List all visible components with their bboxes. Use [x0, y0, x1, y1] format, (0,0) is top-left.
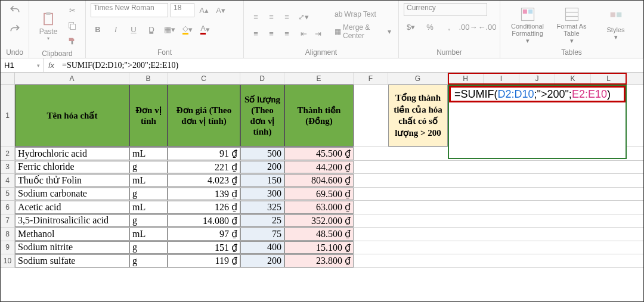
redo-icon[interactable]	[8, 22, 22, 36]
cell[interactable]	[388, 254, 448, 267]
percent-icon[interactable]: %	[423, 20, 437, 34]
copy-icon[interactable]	[65, 18, 79, 33]
paste-button[interactable]: Paste ▾	[34, 11, 63, 41]
header-cell-A[interactable]: Tên hóa chất	[15, 85, 129, 147]
font-name-select[interactable]: Times New Roman	[91, 3, 168, 17]
cell[interactable]: 221 ₫	[168, 161, 240, 174]
cell[interactable]: 150	[240, 174, 284, 187]
cell[interactable]	[354, 214, 388, 228]
font-size-select[interactable]: 18	[171, 3, 194, 17]
row-header[interactable]: 9	[1, 241, 15, 254]
increase-indent-icon[interactable]: ⇥	[311, 26, 325, 41]
formula-editing-text[interactable]: =SUMIF(D2:D10;">200";E2:E10)	[449, 86, 626, 102]
cell[interactable]: Sodium sulfate	[15, 254, 129, 267]
underline-button[interactable]: U	[126, 22, 141, 36]
row-header[interactable]: 5	[1, 188, 15, 201]
spreadsheet-grid[interactable]: A B C D E F G H I J K L 1 Tên hóa chất Đ…	[1, 73, 643, 268]
cut-icon[interactable]: ✂	[65, 3, 79, 17]
font-color-icon[interactable]: A▾	[198, 22, 212, 36]
cell-G1[interactable]: Tổng thành tiền của hóa chất có số lượng…	[388, 85, 448, 147]
cell[interactable]: 200	[240, 161, 284, 174]
col-header-G[interactable]: G	[388, 73, 448, 84]
cell[interactable]: g	[129, 188, 168, 201]
header-cell-E[interactable]: Thành tiền (Đồng)	[284, 85, 354, 147]
align-bottom-icon[interactable]: ≡	[280, 10, 294, 24]
fx-icon[interactable]: fx	[44, 61, 58, 70]
cell[interactable]: mL	[129, 228, 168, 241]
cell[interactable]: 69.500 ₫	[284, 188, 354, 201]
row-header[interactable]: 10	[1, 254, 15, 267]
cell[interactable]: 91 ₫	[168, 147, 240, 160]
cell[interactable]: 804.600 ₫	[284, 174, 354, 187]
cell[interactable]: 45.500 ₫	[284, 147, 354, 160]
merge-center-button[interactable]: ▦Merge & Center ▾	[332, 22, 394, 41]
col-header-I[interactable]: I	[484, 73, 519, 84]
cell[interactable]: 23.800 ₫	[284, 254, 354, 267]
cell[interactable]: g	[129, 241, 168, 254]
format-painter-icon[interactable]	[65, 34, 79, 48]
cell[interactable]: Hydrochloric acid	[15, 147, 129, 160]
align-center-icon[interactable]: ≡	[264, 26, 278, 41]
cell[interactable]	[388, 241, 448, 254]
cell[interactable]: 200	[240, 254, 284, 267]
cell[interactable]	[354, 201, 388, 214]
cell[interactable]: mL	[129, 147, 168, 160]
cell[interactable]	[388, 201, 448, 214]
cell[interactable]: 139 ₫	[168, 188, 240, 201]
cell[interactable]	[354, 174, 388, 187]
select-all-corner[interactable]	[1, 73, 15, 84]
cell[interactable]	[354, 147, 388, 160]
col-header-B[interactable]: B	[129, 73, 168, 84]
cell[interactable]: 119 ₫	[168, 254, 240, 267]
row-header[interactable]: 2	[1, 147, 15, 160]
cell[interactable]	[388, 147, 448, 160]
increase-decimal-icon[interactable]: .00→	[461, 20, 475, 34]
borders-icon[interactable]: ▦▾	[162, 22, 177, 36]
currency-icon[interactable]: $▾	[404, 20, 418, 34]
cell[interactable]: 75	[240, 228, 284, 241]
wrap-text-button[interactable]: abWrap Text	[332, 9, 394, 20]
cell[interactable]: 500	[240, 147, 284, 160]
cell[interactable]	[388, 161, 448, 174]
cell[interactable]	[388, 214, 448, 228]
col-header-F[interactable]: F	[354, 73, 388, 84]
header-cell-D[interactable]: Số lượng (Theo đơn vị tính)	[240, 85, 284, 147]
row-header[interactable]: 8	[1, 228, 15, 241]
col-header-D[interactable]: D	[240, 73, 284, 84]
cell[interactable]: Sodium carbonate	[15, 188, 129, 201]
cell[interactable]: 325	[240, 201, 284, 214]
cell[interactable]	[388, 174, 448, 187]
align-right-icon[interactable]: ≡	[280, 26, 294, 41]
cell[interactable]: 126 ₫	[168, 201, 240, 214]
name-box[interactable]: H1▾	[1, 58, 44, 72]
col-header-H[interactable]: H	[448, 73, 484, 84]
row-header[interactable]: 3	[1, 161, 15, 174]
comma-icon[interactable]: ,	[442, 20, 456, 34]
decrease-indent-icon[interactable]: ⇤	[296, 26, 311, 41]
cell[interactable]: Acetic acid	[15, 201, 129, 214]
decrease-decimal-icon[interactable]: ←.00	[480, 20, 494, 34]
cell[interactable]: Sodium nitrite	[15, 241, 129, 254]
row-header-1[interactable]: 1	[1, 85, 15, 147]
styles-button[interactable]: Styles ▾	[597, 10, 634, 41]
cell[interactable]: g	[129, 161, 168, 174]
col-header-E[interactable]: E	[284, 73, 354, 84]
cell[interactable]	[354, 241, 388, 254]
cell[interactable]: Thuốc thử Folin	[15, 174, 129, 187]
cell[interactable]: 3,5-Dinitrosalicilic acid	[15, 214, 129, 228]
decrease-font-icon[interactable]: A▾	[213, 3, 228, 17]
cell[interactable]: 352.000 ₫	[284, 214, 354, 228]
cell[interactable]	[354, 188, 388, 201]
cell[interactable]: 400	[240, 241, 284, 254]
cell[interactable]: mL	[129, 174, 168, 187]
formula-input[interactable]: =SUMIF(D2:D10;">200";E2:E10)	[58, 61, 643, 70]
cell[interactable]: 63.000 ₫	[284, 201, 354, 214]
col-header-A[interactable]: A	[15, 73, 129, 84]
double-underline-icon[interactable]: D̳	[144, 22, 159, 36]
header-cell-B[interactable]: Đơn vị tính	[129, 85, 168, 147]
cell[interactable]	[354, 228, 388, 241]
cell[interactable]	[388, 228, 448, 241]
italic-button[interactable]: I	[109, 22, 123, 36]
orientation-icon[interactable]: ⤢▾	[296, 10, 311, 24]
conditional-formatting-button[interactable]: Conditional Formatting ▾	[509, 6, 546, 45]
